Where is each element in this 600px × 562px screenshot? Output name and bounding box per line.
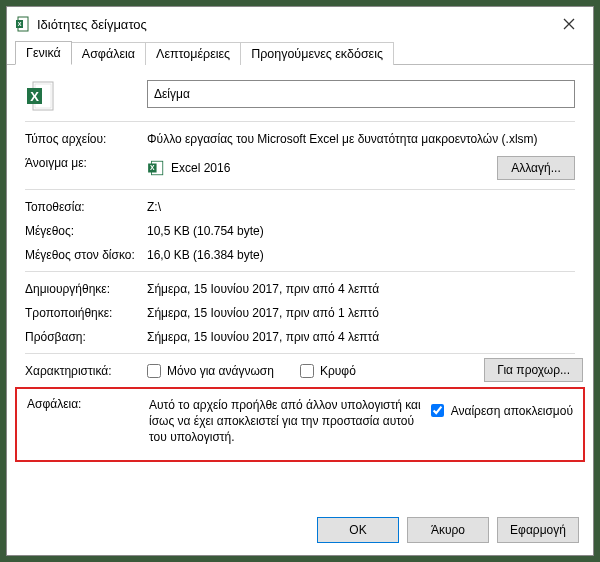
- location-row: Τοποθεσία: Z:\: [25, 189, 575, 219]
- size-row: Μέγεθος: 10,5 KB (10.754 byte): [25, 219, 575, 243]
- advanced-attributes-button[interactable]: Για προχωρ...: [484, 358, 583, 382]
- close-icon: [563, 18, 575, 30]
- svg-text:X: X: [150, 164, 155, 171]
- apply-button[interactable]: Εφαρμογή: [497, 517, 579, 543]
- filename-input[interactable]: [147, 80, 575, 108]
- security-text: Αυτό το αρχείο προήλθε από άλλον υπολογι…: [149, 397, 427, 446]
- dialog-body: X Τύπος αρχείου: Φύλλο εργασίας του Micr…: [7, 65, 593, 509]
- size-on-disk-value: 16,0 KB (16.384 byte): [147, 248, 575, 262]
- modified-label: Τροποποιήθηκε:: [25, 306, 147, 320]
- location-label: Τοποθεσία:: [25, 200, 147, 214]
- opens-with-row: Άνοιγμα με: X Excel 2016 Αλλαγή...: [25, 151, 575, 185]
- hidden-checkbox-input[interactable]: [300, 364, 314, 378]
- titlebar: X Ιδιότητες δείγματος: [7, 7, 593, 41]
- opens-with-value: X Excel 2016: [147, 159, 230, 177]
- readonly-checkbox[interactable]: Μόνο για ανάγνωση: [147, 364, 274, 378]
- svg-text:X: X: [30, 89, 39, 104]
- close-button[interactable]: [553, 13, 585, 35]
- readonly-label: Μόνο για ανάγνωση: [167, 364, 274, 378]
- size-value: 10,5 KB (10.754 byte): [147, 224, 575, 238]
- size-on-disk-row: Μέγεθος στον δίσκο: 16,0 KB (16.384 byte…: [25, 243, 575, 267]
- tab-previous-versions[interactable]: Προηγούμενες εκδόσεις: [240, 42, 394, 65]
- attributes-label: Χαρακτηριστικά:: [25, 364, 147, 378]
- modified-row: Τροποποιήθηκε: Σήμερα, 15 Ιουνίου 2017, …: [25, 301, 575, 325]
- unblock-checkbox[interactable]: Αναίρεση αποκλεισμού: [427, 401, 573, 420]
- readonly-checkbox-input[interactable]: [147, 364, 161, 378]
- dialog-footer: OK Άκυρο Εφαρμογή: [7, 509, 593, 555]
- created-row: Δημιουργήθηκε: Σήμερα, 15 Ιουνίου 2017, …: [25, 271, 575, 301]
- tab-details[interactable]: Λεπτομέρειες: [145, 42, 241, 65]
- svg-text:X: X: [18, 21, 22, 27]
- tab-general[interactable]: Γενικά: [15, 41, 72, 65]
- name-row: X: [25, 75, 575, 117]
- location-value: Z:\: [147, 200, 575, 214]
- type-label: Τύπος αρχείου:: [25, 132, 147, 146]
- size-on-disk-label: Μέγεθος στον δίσκο:: [25, 248, 147, 262]
- created-value: Σήμερα, 15 Ιουνίου 2017, πριν από 4 λεπτ…: [147, 282, 575, 296]
- window-title: Ιδιότητες δείγματος: [37, 17, 553, 32]
- file-icon-large: X: [25, 80, 147, 112]
- tab-strip: Γενικά Ασφάλεια Λεπτομέρειες Προηγούμενε…: [7, 41, 593, 65]
- type-row: Τύπος αρχείου: Φύλλο εργασίας του Micros…: [25, 121, 575, 151]
- accessed-value: Σήμερα, 15 Ιουνίου 2017, πριν από 4 λεπτ…: [147, 330, 575, 344]
- size-label: Μέγεθος:: [25, 224, 147, 238]
- properties-dialog: X Ιδιότητες δείγματος Γενικά Ασφάλεια Λε…: [6, 6, 594, 556]
- unblock-label: Αναίρεση αποκλεισμού: [451, 404, 573, 418]
- hidden-label: Κρυφό: [320, 364, 356, 378]
- security-label: Ασφάλεια:: [27, 397, 149, 411]
- accessed-label: Πρόσβαση:: [25, 330, 147, 344]
- hidden-checkbox[interactable]: Κρυφό: [300, 364, 356, 378]
- attributes-row: Χαρακτηριστικά: Μόνο για ανάγνωση Κρυφό …: [25, 353, 575, 383]
- excel-file-icon: X: [15, 16, 31, 32]
- modified-value: Σήμερα, 15 Ιουνίου 2017, πριν από 1 λεπτ…: [147, 306, 575, 320]
- security-section: Ασφάλεια: Αυτό το αρχείο προήλθε από άλλ…: [15, 387, 585, 462]
- ok-button[interactable]: OK: [317, 517, 399, 543]
- opens-with-label: Άνοιγμα με:: [25, 156, 147, 170]
- cancel-button[interactable]: Άκυρο: [407, 517, 489, 543]
- tab-security[interactable]: Ασφάλεια: [71, 42, 146, 65]
- unblock-checkbox-input[interactable]: [431, 404, 444, 417]
- type-value: Φύλλο εργασίας του Microsoft Excel με δυ…: [147, 132, 575, 146]
- change-app-button[interactable]: Αλλαγή...: [497, 156, 575, 180]
- created-label: Δημιουργήθηκε:: [25, 282, 147, 296]
- opens-with-app: Excel 2016: [171, 161, 230, 175]
- accessed-row: Πρόσβαση: Σήμερα, 15 Ιουνίου 2017, πριν …: [25, 325, 575, 349]
- excel-app-icon: X: [147, 159, 165, 177]
